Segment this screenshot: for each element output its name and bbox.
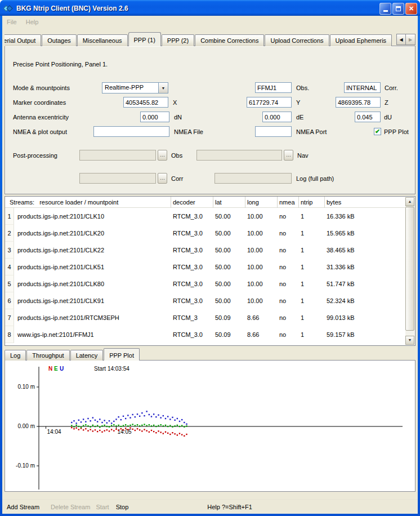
cell-mount: products.igs-ip.net:2101/CLK20 — [14, 230, 171, 237]
header-decoder[interactable]: decoder — [171, 197, 213, 208]
header-nmea[interactable]: nmea — [278, 197, 299, 208]
table-row[interactable]: 6products.igs-ip.net:2101/CLK91RTCM_3.05… — [5, 292, 405, 309]
nmea-port-label: NMEA Port — [296, 128, 327, 135]
tab-scroll-right-button[interactable]: ▶ — [406, 34, 415, 45]
window-title: BKG Ntrip Client (BNC) Version 2.6 — [16, 5, 379, 12]
table-row[interactable]: 4products.igs-ip.net:2101/CLK51RTCM_3.05… — [5, 259, 405, 275]
ppp-plot-panel: 0.10 m0.00 m-0.10 m14:0414:05NEUStart 14… — [5, 360, 415, 492]
tab-ppp-2[interactable]: PPP (2) — [162, 34, 194, 46]
cell-mount: products.igs-ip.net:2101/CLK91 — [14, 297, 171, 304]
close-button[interactable]: ✕ — [405, 3, 417, 15]
header-bytes[interactable]: bytes — [325, 197, 405, 208]
tab-upload-corrections[interactable]: Upload Corrections — [265, 34, 329, 46]
corr-label: Corr. — [385, 84, 398, 91]
scroll-up-button[interactable]: ▲ — [405, 197, 414, 206]
menu-item-file[interactable]: File — [7, 19, 17, 25]
marker-z-field[interactable] — [336, 97, 381, 108]
marker-y-field[interactable] — [247, 97, 292, 108]
table-row[interactable]: 7products.igs-ip.net:2101/RTCM3EPHRTCM_3… — [5, 309, 405, 326]
cell-decoder: RTCM_3.0 — [171, 213, 213, 220]
table-row[interactable]: 1products.igs-ip.net:2101/CLK10RTCM_3.05… — [5, 208, 405, 225]
tab-combine-corrections[interactable]: Combine Corrections — [195, 34, 264, 46]
cell-mount: products.igs-ip.net:2101/RTCM3EPH — [14, 314, 171, 321]
tab-scroll-left-button[interactable]: ◀ — [396, 34, 406, 45]
cell-ntrip: 1 — [299, 247, 325, 253]
cell-num: 5 — [5, 275, 14, 292]
antenna-dn-field[interactable] — [140, 112, 169, 122]
tab-serial-output[interactable]: Serial Output — [5, 34, 41, 46]
corr-mountpoint-field[interactable] — [344, 82, 381, 93]
cell-nmea: no — [278, 281, 299, 287]
header-ntrip[interactable]: ntrip — [299, 197, 325, 208]
cell-nmea: no — [278, 247, 299, 253]
svg-text:14:04: 14:04 — [47, 429, 61, 435]
svg-text:0.00 m: 0.00 m — [17, 423, 35, 429]
mode-combobox[interactable]: Realtime-PPP ▼ — [102, 82, 168, 94]
nmea-port-field[interactable] — [255, 126, 292, 137]
cell-long: 8.66 — [245, 314, 278, 321]
arrow-down-icon: ▼ — [408, 338, 412, 342]
cell-nmea: no — [278, 297, 299, 304]
antenna-label: Antenna excentricity — [13, 114, 69, 121]
maximize-button[interactable] — [392, 3, 404, 15]
bottom-tab-throughput[interactable]: Throughput — [26, 350, 69, 361]
ppp-plot-label: PPP Plot — [384, 128, 409, 135]
cell-decoder: RTCM_3.0 — [171, 247, 213, 253]
bottom-tab-latency[interactable]: Latency — [70, 350, 104, 361]
ppp-plot-checkbox[interactable]: ✔ — [374, 128, 381, 135]
bottom-tab-log[interactable]: Log — [5, 350, 26, 361]
streams-rows: 1products.igs-ip.net:2101/CLK10RTCM_3.05… — [5, 208, 415, 343]
cell-decoder: RTCM_3.0 — [171, 264, 213, 270]
dn-label: dN — [174, 114, 182, 121]
cell-nmea: no — [278, 331, 299, 338]
cell-lat: 50.00 — [213, 297, 245, 304]
y-label: Y — [296, 99, 300, 106]
cell-ntrip: 1 — [299, 314, 325, 321]
table-row[interactable]: 5products.igs-ip.net:2101/CLK80RTCM_3.05… — [5, 275, 405, 292]
panel-heading: Precise Point Positioning, Panel 1. — [13, 61, 108, 68]
minimize-button[interactable] — [379, 3, 391, 15]
nmea-file-field[interactable] — [93, 126, 169, 137]
status-add-stream[interactable]: Add Stream — [7, 504, 39, 510]
menu-item-help[interactable]: Help — [26, 19, 39, 25]
cell-decoder: RTCM_3.0 — [171, 331, 213, 338]
chevron-down-icon: ▼ — [162, 86, 166, 90]
scroll-down-button[interactable]: ▼ — [405, 336, 414, 345]
cell-num: 2 — [5, 225, 14, 242]
cell-ntrip: 1 — [299, 331, 325, 338]
status-delete-stream: Delete Stream — [51, 504, 90, 510]
status-stop[interactable]: Stop — [116, 504, 129, 510]
antenna-de-field[interactable] — [262, 112, 292, 122]
title-bar[interactable]: BKG Ntrip Client (BNC) Version 2.6 ✕ — [0, 0, 420, 16]
table-row[interactable]: 2products.igs-ip.net:2101/CLK20RTCM_3.05… — [5, 225, 405, 242]
status-help-shift-f1: Help ?=Shift+F1 — [207, 504, 252, 510]
nav-label: Nav — [297, 152, 309, 159]
check-icon: ✔ — [375, 128, 380, 135]
cell-bytes: 31.336 kB — [325, 264, 405, 270]
tab-outages[interactable]: Outages — [42, 34, 77, 46]
table-row[interactable]: 3products.igs-ip.net:2101/CLK22RTCM_3.05… — [5, 242, 405, 259]
cell-nmea: no — [278, 264, 299, 270]
tab-upload-ephemeris[interactable]: Upload Ephemeris — [330, 34, 392, 46]
tab-ppp-1[interactable]: PPP (1) — [128, 32, 161, 46]
svg-text:N: N — [48, 366, 52, 372]
arrow-up-icon: ▲ — [408, 199, 412, 203]
obs-mountpoint-field[interactable] — [255, 82, 292, 93]
bottom-tab-ppp-plot[interactable]: PPP Plot — [104, 348, 140, 361]
cell-decoder: RTCM_3.0 — [171, 230, 213, 237]
combobox-dropdown-button[interactable]: ▼ — [158, 83, 168, 93]
header-long[interactable]: long — [245, 197, 278, 208]
nmea-file-label: NMEA File — [174, 128, 203, 135]
vertical-scrollbar[interactable]: ▲ ▼ — [405, 197, 414, 345]
cell-ntrip: 1 — [299, 264, 325, 270]
table-row[interactable]: 8www.igs-ip.net:2101/FFMJ1RTCM_3.050.098… — [5, 326, 405, 343]
tab-miscellaneous[interactable]: Miscellaneous — [77, 34, 128, 46]
header-mountpoint[interactable]: Streams: resource loader / mountpoint — [5, 197, 171, 208]
scrollbar-thumb[interactable] — [405, 207, 414, 331]
cell-bytes: 99.013 kB — [325, 314, 405, 321]
cell-decoder: RTCM_3.0 — [171, 297, 213, 304]
antenna-du-field[interactable] — [355, 112, 381, 122]
browse-nav-button: ... — [284, 150, 293, 161]
header-lat[interactable]: lat — [213, 197, 245, 208]
marker-x-field[interactable] — [123, 97, 168, 108]
